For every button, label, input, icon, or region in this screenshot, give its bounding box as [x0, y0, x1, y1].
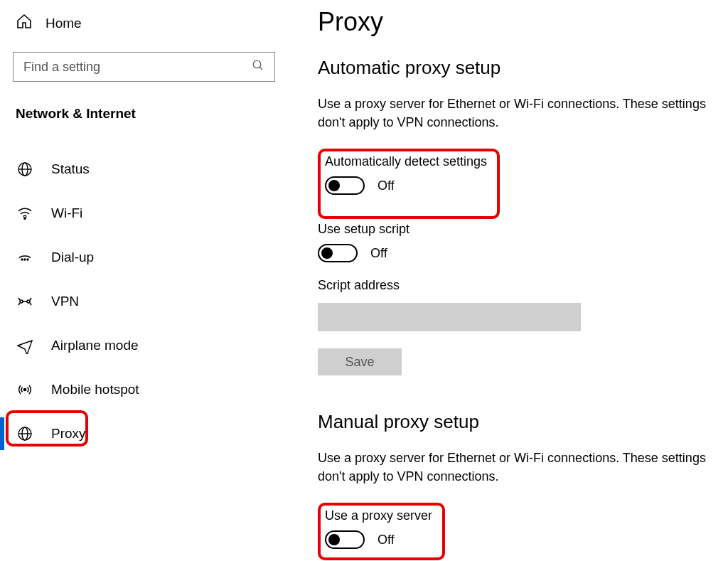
svg-point-8 — [27, 259, 28, 260]
highlight-use-proxy: Use a proxy server Off — [318, 503, 445, 560]
svg-point-0 — [253, 60, 261, 68]
sidebar-item-status[interactable]: Status — [0, 147, 288, 191]
setup-script-label: Use setup script — [318, 222, 715, 237]
script-address-input[interactable] — [318, 303, 581, 331]
use-proxy-toggle[interactable] — [325, 530, 365, 549]
section-manual-desc: Use a proxy server for Ethernet or Wi-Fi… — [318, 449, 715, 486]
script-address-label: Script address — [318, 278, 715, 293]
svg-point-11 — [23, 388, 26, 390]
sidebar-item-vpn[interactable]: VPN — [0, 279, 288, 324]
section-auto-title: Automatic proxy setup — [318, 57, 715, 79]
svg-point-6 — [21, 259, 23, 260]
highlight-auto-detect: Automatically detect settings Off — [318, 149, 500, 219]
save-button[interactable]: Save — [318, 348, 402, 375]
search-input[interactable]: Find a setting — [13, 52, 275, 82]
svg-point-7 — [24, 259, 26, 260]
sidebar-item-proxy[interactable]: Proxy — [0, 412, 288, 456]
sidebar-item-hotspot[interactable]: Mobile hotspot — [0, 368, 288, 412]
svg-line-1 — [259, 67, 262, 70]
page-title: Proxy — [318, 7, 715, 37]
sidebar-item-airplane[interactable]: Airplane mode — [0, 324, 288, 368]
sidebar-item-label: Wi-Fi — [51, 205, 82, 221]
auto-detect-state: Off — [378, 178, 395, 193]
airplane-icon — [16, 337, 34, 354]
sidebar-item-label: Mobile hotspot — [51, 382, 139, 397]
dialup-icon — [16, 249, 34, 266]
use-proxy-state: Off — [378, 533, 395, 547]
globe-icon — [16, 425, 34, 442]
category-title: Network & Internet — [0, 82, 288, 134]
svg-point-5 — [24, 218, 26, 219]
vpn-icon — [16, 293, 34, 310]
hotspot-icon — [16, 381, 34, 398]
sidebar-item-label: Airplane mode — [51, 338, 139, 353]
home-label: Home — [46, 16, 82, 31]
sidebar-item-label: Proxy — [51, 426, 86, 442]
svg-point-10 — [27, 300, 30, 303]
settings-main: Proxy Automatic proxy setup Use a proxy … — [288, 0, 728, 561]
search-placeholder: Find a setting — [23, 60, 100, 75]
home-icon — [16, 13, 33, 33]
use-proxy-label: Use a proxy server — [325, 508, 432, 523]
auto-detect-toggle[interactable] — [325, 176, 365, 195]
search-icon — [252, 59, 264, 75]
sidebar-item-dialup[interactable]: Dial-up — [0, 235, 288, 279]
auto-detect-label: Automatically detect settings — [325, 154, 487, 169]
globe-icon — [16, 161, 34, 178]
section-auto-desc: Use a proxy server for Ethernet or Wi-Fi… — [318, 95, 715, 132]
nav-list: Status Wi-Fi Dial-up — [0, 147, 288, 456]
sidebar-item-label: Status — [51, 161, 90, 177]
svg-point-9 — [20, 300, 23, 303]
wifi-icon — [16, 205, 34, 222]
sidebar-item-label: Dial-up — [51, 250, 94, 265]
setup-script-toggle[interactable] — [318, 244, 358, 262]
sidebar-item-label: VPN — [51, 294, 79, 309]
setup-script-state: Off — [370, 246, 387, 261]
home-link[interactable]: Home — [0, 13, 288, 43]
sidebar-item-wifi[interactable]: Wi-Fi — [0, 191, 288, 235]
section-manual-title: Manual proxy setup — [318, 411, 715, 433]
settings-sidebar: Home Find a setting Network & Internet S… — [0, 0, 288, 561]
